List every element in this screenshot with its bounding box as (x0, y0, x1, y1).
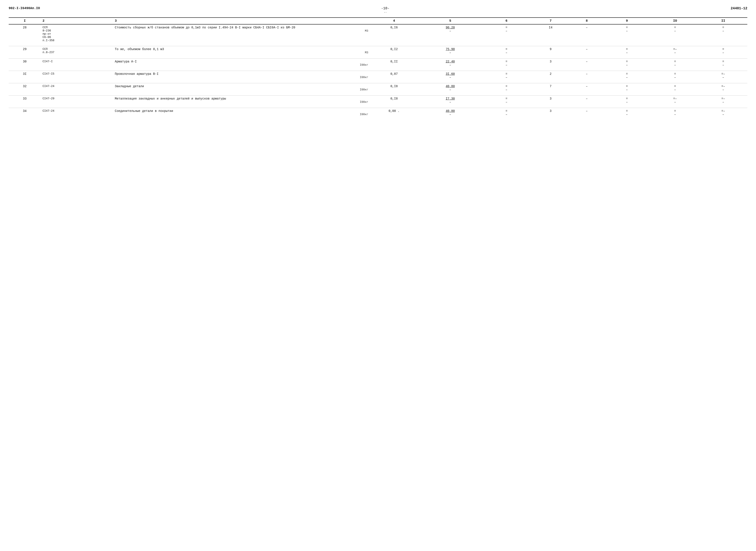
cell-col11: = – (699, 24, 747, 43)
cell-col11: = – (699, 59, 747, 68)
cell-col11: =– – (699, 71, 747, 81)
cell-col7: 3 (531, 108, 571, 118)
spacer-row (9, 68, 747, 71)
cell-col4: 0,I8 (370, 96, 418, 105)
main-table: I 2 3 4 5 6 7 8 9 IO II 28ССП 8–236 пр-н… (9, 17, 747, 120)
spacer-row (9, 117, 747, 120)
col-header-8: 8 (571, 18, 603, 24)
cell-col9: = – (603, 83, 651, 93)
col-header-11: II (699, 18, 747, 24)
cell-price: 3I,60– (418, 71, 482, 81)
cell-col6: = – (482, 71, 531, 81)
cell-col4: 0,08 . (370, 108, 418, 118)
cell-col6: = – (482, 46, 531, 56)
cell-col8: – (571, 59, 603, 68)
cell-col8: – (571, 83, 603, 93)
cell-price: I7,30– (418, 96, 482, 105)
cell-col6: = – (482, 24, 531, 43)
cell-col4: 0,II (370, 59, 418, 68)
cell-col6: = – (482, 96, 531, 105)
cell-col7: 3 (531, 59, 571, 68)
col-header-1: I (9, 18, 41, 24)
cell-col9: = – (603, 59, 651, 68)
cell-row-number: 29 (9, 46, 41, 56)
cell-col8: – (571, 108, 603, 118)
cell-description: Арматура А-II00кг (113, 59, 370, 68)
cell-code: ССП 8–236 пр-нт С6–06 п.I–358 (41, 24, 113, 43)
cell-col7: 3 (531, 96, 571, 105)
table-row: 28ССП 8–236 пр-нт С6–06 п.I–358Стоимость… (9, 24, 747, 43)
col-header-7: 7 (531, 18, 571, 24)
table-row: 34СI47–24Соединительные детали в покрыти… (9, 108, 747, 118)
table-row: 3IСI47–I5Проволочная арматура В-II00кг0,… (9, 71, 747, 81)
table-row: 33СI47–29Металлизация закладных и анкерн… (9, 96, 747, 105)
cell-price: 40,80– (418, 108, 482, 118)
cell-code: СI47–24 (41, 83, 113, 93)
col-header-9: 9 (603, 18, 651, 24)
cell-row-number: 28 (9, 24, 41, 43)
cell-code: ССП п.8–237 (41, 46, 113, 56)
cell-row-number: 3I (9, 71, 41, 81)
col-header-2: 2 (41, 18, 113, 24)
cell-col11: =– – (699, 108, 747, 118)
col-header-6: 6 (482, 18, 531, 24)
cell-col6: = – (482, 59, 531, 68)
cell-col9: = – (603, 71, 651, 81)
col-header-10: IO (651, 18, 699, 24)
cell-description: Стоимость сборных ж/б стаканов объемом д… (113, 24, 370, 43)
cell-col7: 2 (531, 71, 571, 81)
cell-col9: = – (603, 108, 651, 118)
cell-col8: – (571, 96, 603, 105)
cell-col8: – (571, 24, 603, 43)
cell-price: 22,40– (418, 59, 482, 68)
cell-col9: = – (603, 24, 651, 43)
page-header: 902-I-I6490Aп.IO -10- .. 24401-12 (9, 7, 747, 13)
cell-price: 90,20– (418, 24, 482, 43)
col-header-3: 3 (113, 18, 370, 24)
cell-col10: =– – (651, 96, 699, 105)
table-row: 32СI47–24Закладные деталиI00кг0,I840,80–… (9, 83, 747, 93)
cell-code: СI47–24 (41, 108, 113, 118)
cell-col10: = – (651, 108, 699, 118)
cell-col7: 9 (531, 46, 571, 56)
cell-description: Закладные деталиI00кг (113, 83, 370, 93)
cell-col11: = – (699, 46, 747, 56)
cell-col4: 0,07 (370, 71, 418, 81)
cell-price: 40,80– (418, 83, 482, 93)
cell-col10: =– – (651, 46, 699, 56)
cell-col9: = – (603, 96, 651, 105)
header-right: 24401-12 (731, 7, 747, 10)
cell-col4: 0,I8 (370, 83, 418, 93)
spacer-row (9, 43, 747, 46)
cell-col8: – (571, 46, 603, 56)
cell-col10: = – (651, 24, 699, 43)
cell-price: 75,90– (418, 46, 482, 56)
cell-col10: = – (651, 83, 699, 93)
cell-col4: 0,I6 (370, 24, 418, 43)
spacer-row (9, 80, 747, 83)
cell-row-number: 33 (9, 96, 41, 105)
cell-description: Металлизация закладных и анкерных детале… (113, 96, 370, 105)
cell-col11: =– – (699, 83, 747, 93)
col-header-5: 5 (418, 18, 482, 24)
cell-col4: 0,I2 (370, 46, 418, 56)
cell-col6: = – (482, 83, 531, 93)
table-row: 30СI47–IАрматура А-II00кг0,II22,40–= –3–… (9, 59, 747, 68)
cell-col10: = – (651, 71, 699, 81)
header-center: -10- .. (381, 7, 389, 13)
table-row: 29ССП п.8–237То же, объемом более 0,1 м3… (9, 46, 747, 56)
cell-code: СI47–I5 (41, 71, 113, 81)
cell-row-number: 30 (9, 59, 41, 68)
spacer-row (9, 56, 747, 59)
header-left: 902-I-I6490Aп.IO (9, 7, 40, 10)
cell-col10: = – (651, 59, 699, 68)
spacer-row (9, 93, 747, 96)
cell-row-number: 32 (9, 83, 41, 93)
cell-col8: – (571, 71, 603, 81)
cell-description: Соединительные детали в покрытииI00кг (113, 108, 370, 118)
cell-code: СI47–29 (41, 96, 113, 105)
cell-col11: =– – (699, 96, 747, 105)
cell-description: То же, объемом более 0,1 м3М3 (113, 46, 370, 56)
cell-row-number: 34 (9, 108, 41, 118)
cell-col6: = – (482, 108, 531, 118)
